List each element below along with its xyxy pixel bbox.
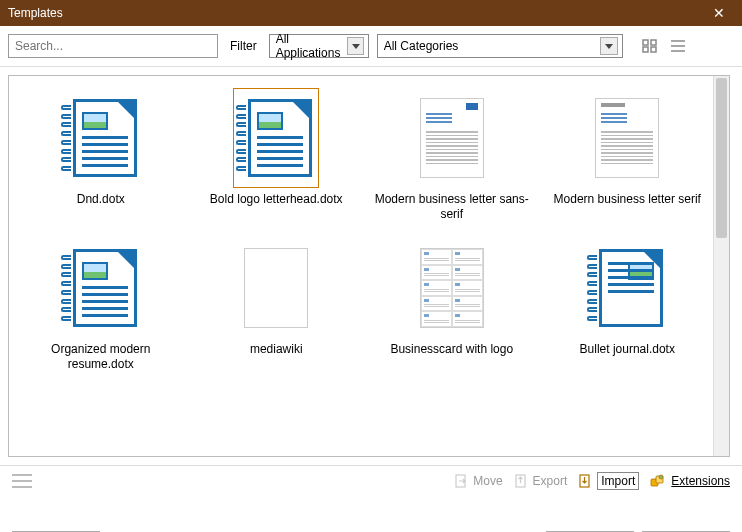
template-name: Organized modern resume.dotx (21, 342, 181, 372)
svg-rect-3 (651, 47, 656, 52)
svg-rect-1 (651, 40, 656, 45)
grid-view-icon[interactable] (639, 36, 661, 56)
footer: Move Export Import Extensions Help Close… (0, 465, 742, 532)
content-area: Dnd.dotxBold logo letterhead.dotxModern … (0, 67, 742, 465)
template-name: Bold logo letterhead.dotx (210, 192, 343, 207)
export-button: Export (513, 473, 568, 489)
chevron-down-icon[interactable] (600, 37, 618, 55)
applications-combo[interactable]: All Applications (269, 34, 369, 58)
close-icon[interactable]: ✕ (704, 5, 734, 21)
list-view-icon[interactable] (667, 36, 689, 56)
template-item[interactable]: Bullet journal.dotx (540, 230, 716, 380)
template-thumbnail[interactable] (58, 88, 144, 188)
template-item[interactable]: Bold logo letterhead.dotx (189, 80, 365, 230)
template-name: Businesscard with logo (390, 342, 513, 357)
import-label: Import (597, 472, 639, 490)
template-name: Bullet journal.dotx (580, 342, 675, 357)
import-button[interactable]: Import (577, 472, 639, 490)
svg-rect-0 (643, 40, 648, 45)
footer-actions: Move Export Import Extensions (12, 472, 730, 490)
template-name: mediawiki (250, 342, 303, 357)
move-button: Move (453, 473, 502, 489)
template-name: Dnd.dotx (77, 192, 125, 207)
template-item[interactable]: Organized modern resume.dotx (13, 230, 189, 380)
extensions-label: Extensions (671, 474, 730, 488)
categories-combo[interactable]: All Categories (377, 34, 623, 58)
applications-combo-value: All Applications (276, 32, 348, 60)
template-thumbnail[interactable] (584, 238, 670, 338)
template-grid: Dnd.dotxBold logo letterhead.dotxModern … (9, 76, 729, 384)
template-scrollpane: Dnd.dotxBold logo letterhead.dotxModern … (8, 75, 730, 457)
scrollbar[interactable] (713, 76, 729, 456)
move-label: Move (473, 474, 502, 488)
svg-rect-2 (643, 47, 648, 52)
template-item[interactable]: Modern business letter serif (540, 80, 716, 230)
template-name: Modern business letter serif (554, 192, 701, 207)
template-thumbnail[interactable] (409, 88, 495, 188)
template-item[interactable]: mediawiki (189, 230, 365, 380)
menu-icon[interactable] (12, 474, 32, 488)
template-thumbnail[interactable] (58, 238, 144, 338)
template-item[interactable]: Dnd.dotx (13, 80, 189, 230)
window-title: Templates (8, 6, 704, 20)
filter-label: Filter (226, 39, 261, 53)
search-input[interactable] (8, 34, 218, 58)
template-item[interactable]: Businesscard with logo (364, 230, 540, 380)
titlebar: Templates ✕ (0, 0, 742, 26)
template-thumbnail[interactable] (233, 88, 319, 188)
template-item[interactable]: Modern business letter sans-serif (364, 80, 540, 230)
categories-combo-value: All Categories (384, 39, 459, 53)
template-thumbnail[interactable] (584, 88, 670, 188)
scrollbar-thumb[interactable] (716, 78, 727, 238)
template-thumbnail[interactable] (233, 238, 319, 338)
template-thumbnail[interactable] (409, 238, 495, 338)
export-label: Export (533, 474, 568, 488)
chevron-down-icon[interactable] (347, 37, 363, 55)
svg-point-12 (659, 475, 663, 479)
template-name: Modern business letter sans-serif (372, 192, 532, 222)
toolbar: Filter All Applications All Categories (0, 26, 742, 67)
extensions-button[interactable]: Extensions (649, 473, 730, 489)
